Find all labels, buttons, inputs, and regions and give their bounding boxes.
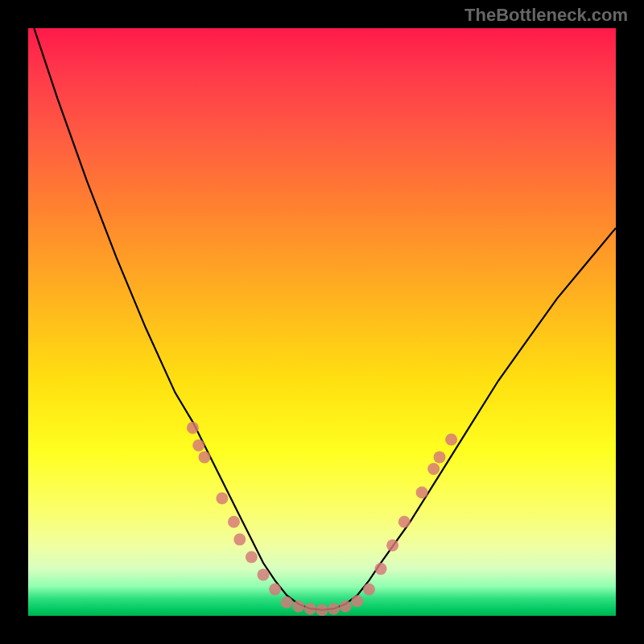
marker-bottom [363,584,375,596]
marker-left [233,534,246,546]
marker-left [187,422,199,434]
marker-left [199,451,211,463]
marker-left [192,440,204,452]
chart-svg [28,28,616,616]
marker-right [398,516,411,528]
marker-right [386,539,398,551]
marker-bottom [304,603,316,615]
marker-left [258,568,270,580]
curve-group [34,28,616,610]
marker-right [434,451,446,463]
marker-right [427,463,440,475]
marker-right [416,486,428,498]
marker-right [375,563,387,575]
marker-bottom [316,604,328,616]
marker-bottom [281,597,293,609]
markers-group [187,422,457,616]
marker-left [246,551,258,564]
marker-bottom [351,595,363,607]
marker-right [445,434,457,446]
marker-bottom [340,601,352,613]
marker-bottom [292,601,304,613]
plot-area [28,28,616,616]
marker-bottom [328,603,340,615]
watermark-text: TheBottleneck.com [464,5,628,26]
marker-left [228,516,240,528]
marker-left [216,493,228,505]
marker-left [269,584,281,596]
bottleneck-curve [34,28,616,610]
